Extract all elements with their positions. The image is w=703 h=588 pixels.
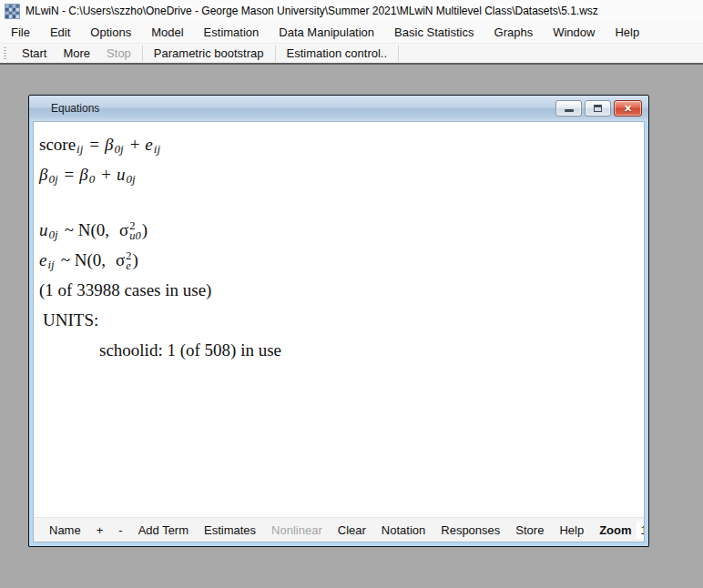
zoom-select[interactable]: 100 — [637, 521, 645, 539]
minus-button[interactable]: - — [111, 521, 129, 540]
cases-in-use-line: (1 of 33988 cases in use) — [39, 275, 644, 305]
equation-u-distribution-line[interactable]: u0j ~ N(0, σ2u0 ) — [39, 215, 644, 245]
schoolid-line: schoolid: 1 (of 508) in use — [39, 335, 644, 365]
eq-term-u: u — [117, 165, 126, 185]
eq-term-sigma-u0: σ — [119, 220, 128, 240]
name-button[interactable]: Name — [42, 521, 88, 540]
menu-data-manipulation[interactable]: Data Manipulation — [269, 23, 384, 42]
equations-bottom-toolbar: Name + - Add Term Estimates Nonlinear Cl… — [34, 517, 644, 542]
equations-window-title: Equations — [51, 102, 99, 115]
estimates-button[interactable]: Estimates — [197, 521, 263, 540]
equation-e-distribution-line[interactable]: eij ~ N(0, σ2e ) — [39, 245, 644, 275]
equation-response-line[interactable]: scoreij = β0j + eij — [39, 129, 644, 159]
equation-intercept-line[interactable]: β0j = β0 + u0j — [39, 159, 644, 189]
equations-display: scoreij = β0j + eij β0j = β0 + u0j — [34, 122, 644, 517]
menu-help[interactable]: Help — [605, 23, 649, 42]
estimation-toolbar: Start More Stop Parametric bootstrap Est… — [0, 43, 703, 65]
eq-subscript: ij — [154, 142, 160, 157]
plus-button[interactable]: + — [89, 521, 111, 540]
eq-subscript: 0j — [49, 228, 58, 242]
eq-operator: + — [101, 165, 111, 185]
eq-term-beta0: β — [79, 165, 87, 185]
toolbar-separator — [275, 46, 276, 62]
more-button[interactable]: More — [55, 44, 98, 63]
eq-subscript: 0 — [89, 172, 96, 187]
menu-basic-statistics[interactable]: Basic Statistics — [384, 23, 484, 42]
responses-button[interactable]: Responses — [433, 521, 507, 540]
equations-titlebar[interactable]: Equations ✕ — [29, 96, 648, 121]
eq-subscript: ij — [47, 258, 54, 272]
cases-in-use-text: (1 of 33988 cases in use) — [39, 280, 211, 300]
mdi-workspace: Equations ✕ scoreij = β0j + eij — [0, 65, 703, 586]
eq-distribution: ~ N(0, — [65, 220, 109, 240]
eq-subscript: e — [126, 261, 131, 271]
eq-term-sigma-e: σ — [116, 250, 125, 270]
clear-button[interactable]: Clear — [331, 521, 373, 540]
stop-button[interactable]: Stop — [98, 44, 139, 63]
app-title: MLwiN - C:\Users\szzho\OneDrive - George… — [25, 5, 598, 17]
mlwin-application: MLwiN - C:\Users\szzho\OneDrive - George… — [0, 0, 703, 586]
eq-close-paren: ) — [133, 250, 138, 270]
menu-estimation[interactable]: Estimation — [194, 23, 270, 42]
eq-supsub: 2u0 — [129, 221, 141, 241]
menu-edit[interactable]: Edit — [40, 23, 80, 42]
estimation-control-button[interactable]: Estimation control.. — [279, 44, 396, 63]
eq-term-e: e — [145, 135, 152, 155]
eq-operator: + — [130, 135, 140, 155]
toolbar-separator — [398, 46, 399, 62]
eq-close-paren: ) — [142, 220, 148, 240]
equations-window: Equations ✕ scoreij = β0j + eij — [28, 95, 649, 547]
minimize-button[interactable] — [555, 100, 582, 117]
eq-subscript: 0j — [48, 172, 57, 187]
schoolid-text: schoolid: 1 (of 508) in use — [99, 340, 281, 360]
eq-term-beta0j: β — [105, 135, 113, 155]
menu-window[interactable]: Window — [543, 23, 605, 42]
eq-distribution: ~ N(0, — [61, 250, 106, 270]
parametric-bootstrap-button[interactable]: Parametric bootstrap — [146, 44, 272, 63]
equations-client-area: scoreij = β0j + eij β0j = β0 + u0j — [33, 121, 645, 542]
mlwin-app-icon — [5, 5, 19, 18]
units-line: UNITS: — [39, 305, 644, 335]
eq-subscript: 0j — [127, 172, 136, 187]
close-button[interactable]: ✕ — [614, 100, 642, 117]
equation-spacer — [39, 189, 644, 215]
menu-file[interactable]: File — [1, 23, 40, 42]
menu-graphs[interactable]: Graphs — [484, 23, 544, 42]
units-label: UNITS: — [43, 310, 98, 330]
eq-term-score: score — [39, 135, 76, 155]
restore-icon — [594, 105, 602, 112]
nonlinear-button[interactable]: Nonlinear — [264, 521, 330, 540]
eq-term-e: e — [39, 250, 46, 270]
eq-subscript: u0 — [129, 231, 141, 241]
menu-options[interactable]: Options — [80, 23, 141, 42]
eq-operator: = — [65, 165, 75, 185]
zoom-label: Zoom — [592, 521, 635, 540]
add-term-button[interactable]: Add Term — [131, 521, 196, 540]
help-button[interactable]: Help — [552, 521, 591, 540]
eq-operator: = — [89, 135, 99, 155]
close-icon: ✕ — [624, 104, 632, 114]
eq-subscript: ij — [76, 142, 83, 157]
window-controls: ✕ — [555, 100, 642, 117]
notation-button[interactable]: Notation — [374, 521, 433, 540]
eq-term-u: u — [39, 220, 48, 240]
toolbar-separator — [142, 46, 143, 62]
store-button[interactable]: Store — [508, 521, 551, 540]
eq-supsub: 2e — [126, 251, 131, 271]
menu-model[interactable]: Model — [141, 23, 193, 42]
toolbar-grip-icon — [4, 47, 6, 60]
app-titlebar[interactable]: MLwiN - C:\Users\szzho\OneDrive - George… — [0, 0, 703, 22]
eq-subscript: 0j — [115, 142, 124, 157]
menu-bar: File Edit Options Model Estimation Data … — [0, 22, 703, 43]
restore-button[interactable] — [585, 100, 611, 117]
eq-term-beta0j: β — [39, 165, 47, 185]
minimize-icon — [565, 109, 574, 112]
zoom-value: 100 — [641, 523, 645, 537]
start-button[interactable]: Start — [14, 44, 55, 63]
